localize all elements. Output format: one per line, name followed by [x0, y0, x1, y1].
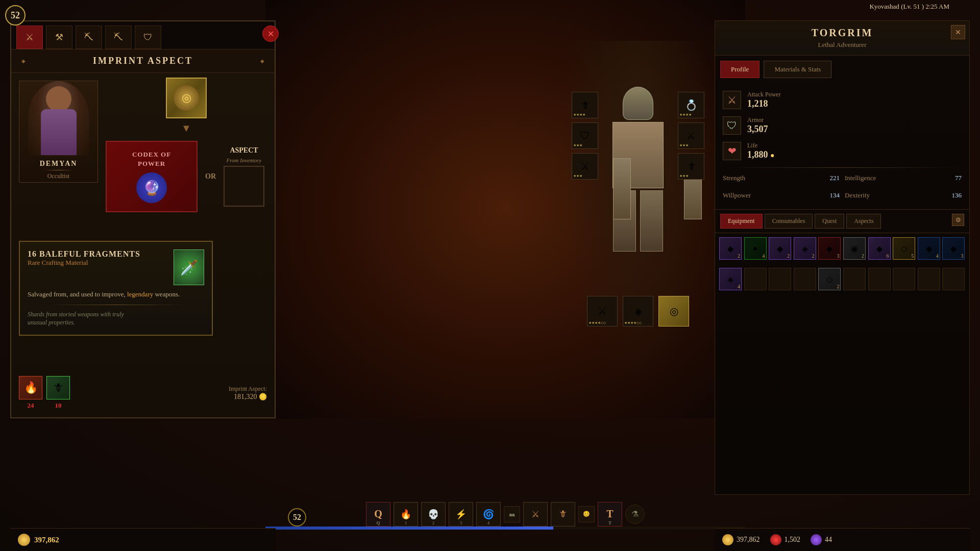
- equip-tab-icon[interactable]: ⚙: [952, 214, 964, 226]
- equip-slot-11[interactable]: ◈4: [719, 268, 742, 290]
- equip-slot-14[interactable]: [794, 268, 816, 290]
- slot-stars-4: ★★★★: [679, 113, 692, 117]
- equip-slot-4[interactable]: ◈2: [794, 237, 816, 260]
- codex-icon: 🔮: [136, 172, 167, 203]
- equip-slot-20[interactable]: [942, 268, 965, 290]
- action-slot-1[interactable]: 🔥1: [394, 502, 418, 527]
- armor-row: 🛡 Armor 3,507: [723, 116, 962, 135]
- tooltip-item-icon: 🗡️: [174, 249, 204, 285]
- equip-slot-1[interactable]: ◆2: [719, 237, 742, 260]
- equip-slot-3[interactable]: ◆2: [769, 237, 791, 260]
- red-res-icon: [770, 534, 781, 545]
- equip-slot-12[interactable]: [744, 268, 767, 290]
- tooltip-highlight: legendary: [127, 290, 153, 298]
- action-slot-2[interactable]: 💀2: [421, 502, 446, 527]
- equip-tab-quest[interactable]: Quest: [815, 214, 844, 229]
- hotkey-3: 3: [460, 520, 462, 525]
- action-slot-alt[interactable]: 🗡: [551, 502, 575, 527]
- bottom-slot-2[interactable]: ◈ ★★★★◇◇: [623, 296, 653, 327]
- char-slot-ring2[interactable]: ⚔ ★★★: [678, 122, 704, 149]
- npc-name-tag: DEMYAN Occultist: [38, 156, 80, 182]
- equip-slot-19[interactable]: [918, 268, 940, 290]
- npc-portrait: DEMYAN Occultist: [19, 81, 98, 183]
- equip-slot-17[interactable]: [868, 268, 891, 290]
- gold-resource: 397,862: [722, 534, 760, 545]
- tab-salvage[interactable]: ⛏: [105, 26, 132, 49]
- close-button[interactable]: ✕: [262, 26, 279, 42]
- life-info: Life 1,880 ●: [747, 142, 962, 160]
- footer-item-1: 🔥 24: [19, 376, 42, 410]
- tooltip-description: Salvaged from, and used to improve, lege…: [28, 289, 204, 299]
- or-label: OR: [205, 172, 216, 181]
- tab-materials[interactable]: Materials & Stats: [764, 61, 831, 78]
- equip-slot-9[interactable]: ◆4: [918, 237, 940, 260]
- equip-slot-18[interactable]: [893, 268, 915, 290]
- tab-enchant[interactable]: ⚒: [46, 26, 72, 49]
- char-level-badge: 52: [288, 508, 306, 527]
- attributes-grid: Strength 221 Intelligence 77 Willpower 1…: [723, 172, 962, 202]
- strength-stat: Strength 221: [723, 172, 840, 184]
- char-model-area: 🗡 ★★★★ 🛡 ★★★ ⚔ ★★★: [561, 41, 715, 388]
- arrow-down-icon: ▼: [181, 122, 191, 134]
- crafting-row: CODEX OFPOWER 🔮 OR ASPECT From Inventory: [106, 141, 267, 212]
- equip-grid-row2: ◈4 ◇2: [715, 264, 969, 294]
- right-panel-close[interactable]: ✕: [951, 25, 965, 39]
- potion-slot[interactable]: ⚗: [625, 505, 645, 524]
- equip-slot-16[interactable]: [843, 268, 866, 290]
- aspect-slot[interactable]: [224, 166, 264, 207]
- town-portal-slot[interactable]: 🏘: [504, 506, 520, 522]
- life-value: 1,880 ●: [747, 149, 962, 160]
- equip-slot-5[interactable]: ◆3: [818, 237, 841, 260]
- aspect-subtitle: From Inventory: [227, 157, 262, 163]
- emote-slot[interactable]: 😊: [578, 506, 595, 522]
- armor-arm-left: [613, 158, 631, 219]
- char-slot-ring1[interactable]: 💍 ★★★★: [678, 92, 704, 118]
- tab-other[interactable]: 🛡: [135, 26, 161, 49]
- equip-slot-15[interactable]: ◇2: [818, 268, 841, 290]
- equip-tab-equipment[interactable]: Equipment: [720, 214, 763, 229]
- action-slot-4[interactable]: 🌀4: [476, 502, 501, 527]
- equip-slot-10[interactable]: ◆3: [942, 237, 965, 260]
- npc-body: [41, 109, 77, 155]
- action-slot-q[interactable]: QQ: [366, 502, 390, 527]
- equip-slot-2[interactable]: ●4: [744, 237, 767, 260]
- bottom-slot-3[interactable]: ◎: [658, 296, 689, 327]
- equip-tab-aspects[interactable]: Aspects: [846, 214, 881, 229]
- xp-fill: [265, 527, 553, 530]
- tab-imprint[interactable]: ⚔: [16, 26, 43, 49]
- equip-slot-7[interactable]: ◆6: [868, 237, 891, 260]
- action-slot-3[interactable]: ⚡3: [449, 502, 473, 527]
- equip-tab-consumables[interactable]: Consumables: [765, 214, 813, 229]
- action-slot-t[interactable]: TT: [598, 502, 622, 527]
- hotkey-2: 2: [432, 520, 435, 525]
- tooltip-count-name: 16 BALEFUL FRAGMENTS: [28, 249, 140, 259]
- char-class: Lethal Adventurer: [721, 41, 963, 49]
- action-slot-main[interactable]: ⚔: [523, 502, 548, 527]
- bottom-weapon-slots: ⚔ ★★★★◇◇ ◈ ★★★★◇◇ ◎: [587, 296, 689, 327]
- char-slot-weapon[interactable]: 🗡 ★★★: [678, 153, 704, 180]
- equip-slot-8[interactable]: ◇5: [893, 237, 915, 260]
- tooltip-divider: [45, 305, 187, 305]
- right-panel: ✕ TORGRIM Lethal Adventurer Profile Mate…: [715, 20, 970, 495]
- char-header: TORGRIM Lethal Adventurer: [715, 21, 969, 56]
- game-time: 2:25 AM: [925, 3, 949, 10]
- tab-profile[interactable]: Profile: [720, 61, 760, 78]
- slot-stars-2: ★★★: [573, 143, 582, 147]
- armor-torso: [612, 122, 664, 188]
- gold-res-amount: 397,862: [737, 536, 760, 544]
- npc-name: DEMYAN: [40, 160, 78, 168]
- item-section: ITEM ▼ CODEX OFPOWER 🔮 OR ASPECT From In…: [98, 81, 267, 212]
- tab-craft[interactable]: ⛏: [76, 26, 102, 49]
- npc-divider: [43, 170, 74, 170]
- imprint-cost: Imprint Aspect: 181,320 🪙: [229, 385, 267, 401]
- item-slot[interactable]: [166, 78, 207, 118]
- equip-slot-6[interactable]: ◉2: [843, 237, 866, 260]
- attack-power-info: Attack Power 1,218: [747, 91, 962, 109]
- bottom-slot-1[interactable]: ⚔ ★★★★◇◇: [587, 296, 618, 327]
- gold-icon-left: [18, 534, 30, 546]
- gold-amount-left: 397,862: [34, 536, 59, 544]
- stats-section: ⚔ Attack Power 1,218 🛡 Armor 3,507 ❤ Lif…: [715, 83, 969, 209]
- codex-box[interactable]: CODEX OFPOWER 🔮: [106, 141, 198, 212]
- equip-slot-13[interactable]: [769, 268, 791, 290]
- equip-tabs: Equipment Consumables Quest Aspects ⚙: [715, 209, 969, 233]
